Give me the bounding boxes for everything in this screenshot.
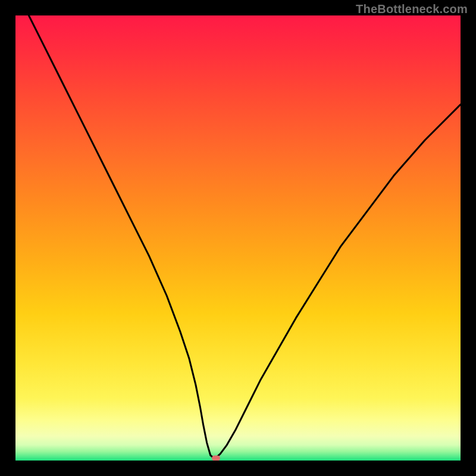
bottleneck-curve — [29, 15, 461, 458]
chart-frame: TheBottleneck.com — [0, 0, 476, 476]
curve-svg — [15, 15, 461, 461]
watermark-text: TheBottleneck.com — [356, 2, 468, 16]
optimal-marker — [212, 455, 220, 461]
plot-area — [15, 15, 461, 461]
